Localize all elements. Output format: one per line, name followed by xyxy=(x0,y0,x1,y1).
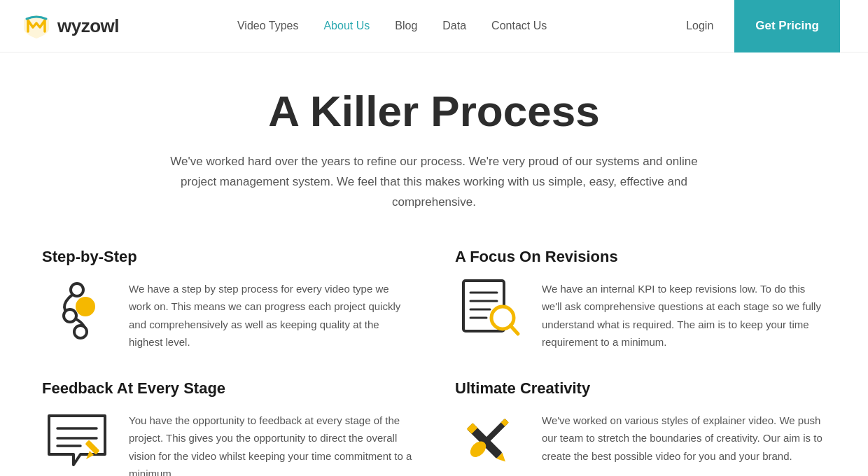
svg-point-1 xyxy=(64,309,76,322)
feature-text-feedback: You have the opportunity to feedback at … xyxy=(129,409,413,476)
hero-title: A Killer Process xyxy=(42,88,826,135)
site-header: wyzowl Video Types About Us Blog Data Co… xyxy=(0,0,868,52)
nav-contact-us[interactable]: Contact Us xyxy=(491,20,547,32)
nav-about-us[interactable]: About Us xyxy=(323,20,370,32)
nav-blog[interactable]: Blog xyxy=(395,20,417,32)
feature-content-creativity: We've worked on various styles of explai… xyxy=(455,409,826,472)
svg-point-2 xyxy=(74,326,87,338)
nav-video-types[interactable]: Video Types xyxy=(237,20,298,32)
feature-title-feedback: Feedback At Every Stage xyxy=(42,379,413,398)
logo-icon xyxy=(21,13,52,38)
feedback-icon xyxy=(42,409,112,472)
svg-point-3 xyxy=(76,297,95,316)
logo[interactable]: wyzowl xyxy=(21,13,119,38)
feature-content-focus-revisions: We have an internal KPI to keep revision… xyxy=(455,277,826,351)
feature-text-focus-revisions: We have an internal KPI to keep revision… xyxy=(542,277,826,351)
hero-subtitle: We've worked hard over the years to refi… xyxy=(168,152,700,213)
feature-content-feedback: You have the opportunity to feedback at … xyxy=(42,409,413,476)
login-link[interactable]: Login xyxy=(665,20,734,32)
nav-data[interactable]: Data xyxy=(442,20,466,32)
creativity-icon xyxy=(455,409,525,472)
get-pricing-button[interactable]: Get Pricing xyxy=(734,0,840,52)
logo-text: wyzowl xyxy=(57,15,119,37)
feature-title-creativity: Ultimate Creativity xyxy=(455,379,826,398)
features-grid: Step-by-Step We h xyxy=(42,248,826,476)
header-actions: Login Get Pricing xyxy=(665,0,840,52)
feature-content-step-by-step: We have a step by step process for every… xyxy=(42,277,413,351)
step-by-step-icon xyxy=(42,277,112,340)
feature-text-step-by-step: We have a step by step process for every… xyxy=(129,277,413,351)
main-content: A Killer Process We've worked hard over … xyxy=(14,52,854,476)
focus-revisions-icon xyxy=(455,277,525,340)
feature-step-by-step: Step-by-Step We h xyxy=(42,248,413,351)
feature-title-step-by-step: Step-by-Step xyxy=(42,248,413,266)
feature-text-creativity: We've worked on various styles of explai… xyxy=(542,409,826,465)
main-nav: Video Types About Us Blog Data Contact U… xyxy=(237,20,547,32)
svg-line-10 xyxy=(510,326,518,334)
feature-focus-revisions: A Focus On Revisions xyxy=(455,248,826,351)
feature-title-focus-revisions: A Focus On Revisions xyxy=(455,248,826,266)
feature-creativity: Ultimate Creativity xyxy=(455,379,826,476)
hero-section: A Killer Process We've worked hard over … xyxy=(42,88,826,213)
svg-point-0 xyxy=(71,284,83,296)
feature-feedback: Feedback At Every Stage xyxy=(42,379,413,476)
